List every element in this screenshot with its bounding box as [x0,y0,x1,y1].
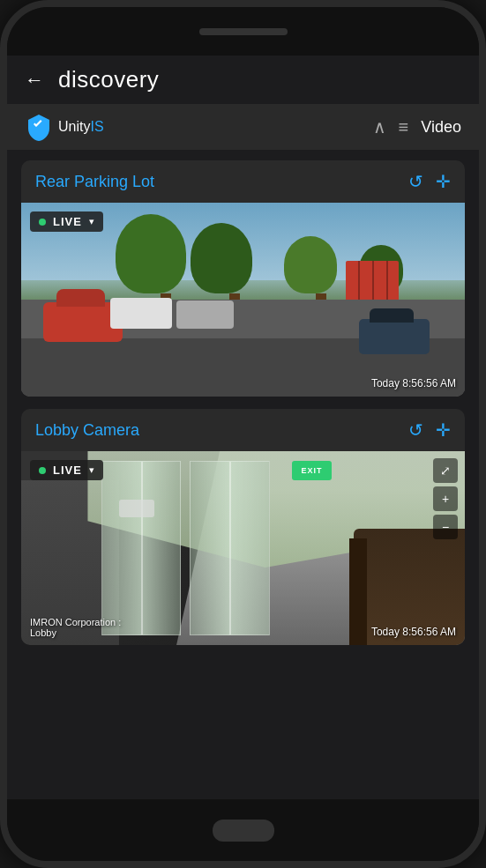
unity-logo-icon [25,113,53,141]
app-header: ← discovery [7,56,479,104]
camera-card-parking: Rear Parking Lot ↺ ✛ [21,160,465,397]
top-bar-actions: ∧ ≡ Video [373,116,461,137]
live-text-parking: LIVE [53,215,82,228]
scene-parking [21,203,465,397]
video-container-parking: LIVE ▾ Today 8:56:56 AM [21,203,465,397]
phone-top-bar [7,7,479,56]
live-indicator-lobby [39,467,46,474]
timestamp-lobby: Today 8:56:56 AM [371,626,456,638]
camera-header-icons-parking: ↺ ✛ [408,171,451,192]
zoom-in-icon-lobby[interactable]: + [433,486,458,511]
back-button[interactable]: ← [25,69,44,92]
menu-icon[interactable]: ≡ [399,117,409,137]
tree-crown-1 [116,214,186,293]
lobby-car-visible [119,500,154,517]
fullscreen-icon-lobby[interactable]: ✛ [436,419,451,441]
logo-area: UnityIS [25,113,104,141]
live-text-lobby: LIVE [53,464,82,477]
expand-icon-lobby[interactable]: ⤢ [433,458,458,483]
lobby-info-overlay: IMRON Corporation : Lobby [30,617,121,638]
camera-header-icons-lobby: ↺ ✛ [408,419,451,441]
fullscreen-icon-parking[interactable]: ✛ [436,171,451,192]
exit-sign: EXIT [292,461,332,480]
live-chevron-lobby: ▾ [89,464,94,476]
history-icon-parking[interactable]: ↺ [408,171,423,192]
lobby-info-line2: Lobby [30,627,121,638]
camera-card-header-lobby: Lobby Camera ↺ ✛ [21,409,465,451]
car-white [110,298,172,329]
phone-bottom-bar [7,799,479,861]
live-badge-lobby[interactable]: LIVE ▾ [30,460,103,480]
tree-crown-3 [284,236,337,293]
video-section-label: Video [421,118,461,137]
camera-card-header-parking: Rear Parking Lot ↺ ✛ [21,160,465,203]
live-badge-parking[interactable]: LIVE ▾ [30,211,103,232]
logo-unity-text: UnityIS [58,119,104,135]
phone-speaker [199,28,288,35]
tree-crown-2 [191,223,252,293]
video-overlay-right-lobby: ⤢ + − [433,458,458,539]
lobby-info-line1: IMRON Corporation : [30,617,121,627]
lobby-door-frame2 [349,538,367,645]
camera-name-parking: Rear Parking Lot [35,173,154,191]
car-dark [359,319,430,354]
live-chevron-parking: ▾ [89,216,94,227]
video-container-lobby: EXIT LIVE ▾ ⤢ + − [21,451,465,645]
camera-name-lobby: Lobby Camera [35,421,139,440]
zoom-out-icon-lobby[interactable]: − [433,515,458,539]
lobby-bg: EXIT [21,451,465,645]
camera-card-lobby: Lobby Camera ↺ ✛ [21,409,465,645]
home-button[interactable] [213,820,274,842]
app-title: discovery [58,66,159,93]
analytics-icon[interactable]: ∧ [373,116,386,137]
lobby-door-right [190,461,270,635]
history-icon-lobby[interactable]: ↺ [408,419,423,441]
live-indicator-parking [39,219,46,226]
lobby-door-left [101,461,182,635]
exit-sign-text: EXIT [302,466,323,475]
timestamp-parking: Today 8:56:56 AM [371,377,456,389]
car-silver [176,300,234,329]
phone-screen: ← discovery UnityIS ∧ ≡ Video [7,56,479,799]
scroll-area: Rear Parking Lot ↺ ✛ [7,150,479,799]
top-bar: UnityIS ∧ ≡ Video [7,104,479,150]
phone-frame: ← discovery UnityIS ∧ ≡ Video [0,0,486,868]
